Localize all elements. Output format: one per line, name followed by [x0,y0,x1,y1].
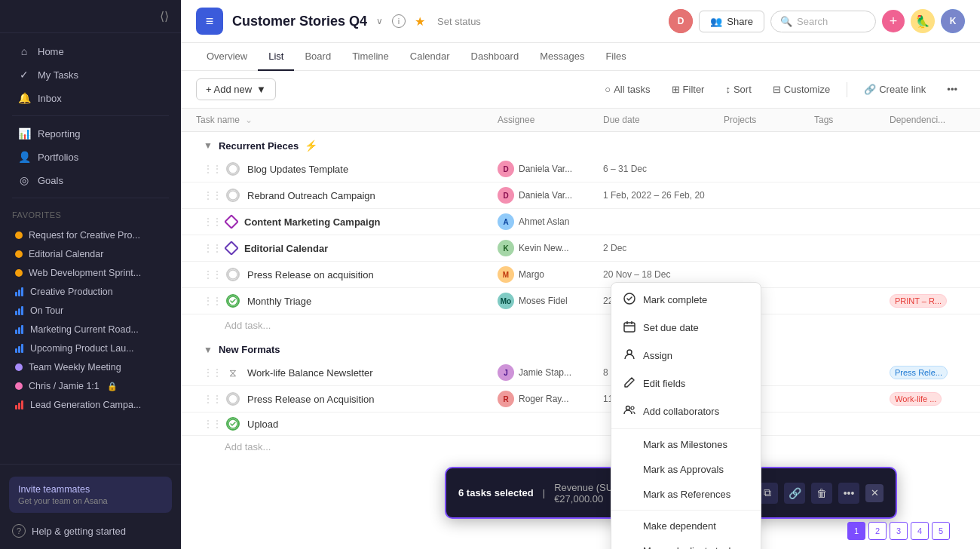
all-tasks-label: All tasks [614,84,650,95]
task-row[interactable]: ⋮⋮ Monthly Triage Mo Moses Fidel 22 Oct … [181,288,980,314]
sidebar-item-creative-production[interactable]: Creative Production [3,283,178,301]
task-row[interactable]: ⋮⋮ Content Marketing Campaign A Ahmet As… [181,209,980,235]
task-check-circle[interactable] [226,189,240,202]
assignee-avatar: D [498,161,514,177]
sort-button[interactable]: ↕ Sort [718,80,758,99]
status-more-icon[interactable]: ••• [838,483,859,504]
drag-handle-icon[interactable]: ⋮⋮ [204,296,222,306]
sidebar-item-upcoming-launch[interactable]: Upcoming Product Lau... [3,339,178,357]
sidebar-item-request-creative[interactable]: Request for Creative Pro... [3,226,178,244]
tab-overview[interactable]: Overview [196,43,258,71]
status-delete-icon[interactable]: 🗑 [811,483,832,504]
check-done-icon [228,296,238,306]
group-collapse-new-formats[interactable]: ▼ [204,345,213,355]
task-row[interactable]: ⋮⋮ Press Release on Acquisition R Roger … [181,386,980,413]
task-check-circle[interactable] [226,392,240,406]
task-name-editorial: Editorial Calendar [244,243,498,254]
tab-board[interactable]: Board [294,43,341,71]
more-options-button[interactable]: ••• [939,80,965,99]
star-icon[interactable]: ★ [415,14,425,29]
add-new-button[interactable]: + Add new ▼ [196,78,276,100]
sidebar-item-chris-jamie[interactable]: Chris / Jamie 1:1 🔒 [3,377,178,395]
drag-handle-icon[interactable]: ⋮⋮ [204,367,222,378]
drag-handle-icon[interactable]: ⋮⋮ [204,394,222,404]
drag-handle-icon[interactable]: ⋮⋮ [204,269,222,280]
info-icon[interactable]: i [392,14,406,28]
title-chevron-icon[interactable]: ∨ [376,16,383,26]
menu-item-merge-duplicates[interactable]: Merge duplicate tasks [611,538,761,549]
menu-item-label: Assign [643,350,672,361]
page-btn-3[interactable]: 3 [890,522,908,540]
all-tasks-button[interactable]: ○ All tasks [597,80,657,99]
drag-handle-icon[interactable]: ⋮⋮ [204,164,222,174]
search-box[interactable]: 🔍 Search [770,11,876,32]
sidebar-item-reporting[interactable]: 📊 Reporting [6,122,175,145]
task-check-diamond[interactable] [224,214,239,229]
task-row[interactable]: ⋮⋮ ⧖ Work-life Balance Newsletter J Jami… [181,360,980,386]
menu-item-mark-references[interactable]: Mark as References [611,482,761,507]
share-button[interactable]: 👥 Share [699,11,764,32]
page-btn-4[interactable]: 4 [911,522,929,540]
sidebar-item-lead-gen[interactable]: Lead Generation Campa... [3,396,178,414]
tab-messages[interactable]: Messages [529,43,595,71]
sidebar-item-goals[interactable]: ◎ Goals [6,169,175,192]
task-row[interactable]: ⋮⋮ Blog Updates Template D Daniela Var..… [181,156,980,182]
sidebar-item-on-tour[interactable]: On Tour [3,302,178,320]
sidebar-collapse-button[interactable]: ⟨⟩ [160,9,169,23]
create-link-button[interactable]: 🔗 Create link [856,80,933,99]
tab-files[interactable]: Files [595,43,636,71]
set-status-text[interactable]: Set status [437,16,481,27]
ellipsis-icon: ••• [947,84,957,95]
sidebar-item-home[interactable]: ⌂ Home [6,40,175,63]
tab-dashboard[interactable]: Dashboard [461,43,530,71]
menu-item-mark-complete[interactable]: Mark complete [611,286,761,314]
task-check-hourglass[interactable]: ⧖ [226,366,240,379]
tab-calendar[interactable]: Calendar [400,43,461,71]
task-check-circle[interactable] [226,268,240,281]
drag-handle-icon[interactable]: ⋮⋮ [204,419,222,429]
page-btn-1[interactable]: 1 [847,522,865,540]
task-row[interactable]: ⋮⋮ Upload [181,413,980,436]
sidebar-item-team-weekly[interactable]: Team Weekly Meeting [3,358,178,376]
add-task-row-recurrent[interactable]: Add task... [181,314,980,336]
help-getting-started[interactable]: ? Help & getting started [0,519,181,543]
drag-handle-icon[interactable]: ⋮⋮ [204,243,222,253]
menu-item-make-dependent[interactable]: Make dependent [611,514,761,538]
page-btn-2[interactable]: 2 [868,522,887,540]
task-check-circle[interactable] [226,162,240,176]
sidebar-item-inbox[interactable]: 🔔 Inbox [6,87,175,109]
menu-item-assign[interactable]: Assign [611,342,761,370]
menu-item-set-due-date[interactable]: Set due date [611,314,761,342]
page-btn-5[interactable]: 5 [932,522,950,540]
sidebar-item-my-tasks[interactable]: ✓ My Tasks [6,63,175,86]
sidebar-item-portfolios[interactable]: 👤 Portfolios [6,146,175,168]
task-check-diamond-bold[interactable] [224,241,239,256]
task-check-checked[interactable] [226,294,240,308]
task-row[interactable]: ⋮⋮ Editorial Calendar K Kevin New... 2 D… [181,235,980,262]
add-button[interactable]: + [882,10,905,32]
menu-item-add-collaborators[interactable]: Add collaborators [611,397,761,425]
menu-item-mark-approvals[interactable]: Mark as Approvals [611,457,761,482]
favorites-item-label: Team Weekly Meeting [29,362,121,373]
filter-button[interactable]: ⊞ Filter [664,80,712,99]
sidebar: ⟨⟩ ⌂ Home ✓ My Tasks 🔔 Inbox 📊 Reporting… [0,0,181,549]
add-task-row-new-formats[interactable]: Add task... [181,436,980,458]
status-link-icon[interactable]: 🔗 [784,483,805,504]
drag-handle-icon[interactable]: ⋮⋮ [204,190,222,201]
sidebar-item-marketing[interactable]: Marketing Current Road... [3,321,178,339]
task-row[interactable]: ⋮⋮ Rebrand Outreach Campaign D Daniela V… [181,182,980,209]
status-close-button[interactable]: ✕ [865,484,884,502]
sidebar-item-label: Goals [38,175,63,186]
menu-item-mark-milestones[interactable]: Mark as Milestones [611,432,761,457]
tab-list[interactable]: List [258,43,294,71]
task-row[interactable]: ⋮⋮ Press Release on acquisition M Margo … [181,262,980,288]
customize-button[interactable]: ⊟ Customize [765,80,838,99]
invite-teammates-box[interactable]: Invite teammates Get your team on Asana [9,477,172,513]
sidebar-item-web-dev-sprint[interactable]: Web Development Sprint... [3,264,178,282]
task-check-checked[interactable] [226,417,240,431]
sidebar-item-editorial-calendar[interactable]: Editorial Calendar [3,245,178,263]
menu-item-edit-fields[interactable]: Edit fields [611,370,761,397]
group-collapse-recurrent[interactable]: ▼ [204,140,213,151]
tab-timeline[interactable]: Timeline [341,43,400,71]
drag-handle-icon[interactable]: ⋮⋮ [204,216,222,227]
